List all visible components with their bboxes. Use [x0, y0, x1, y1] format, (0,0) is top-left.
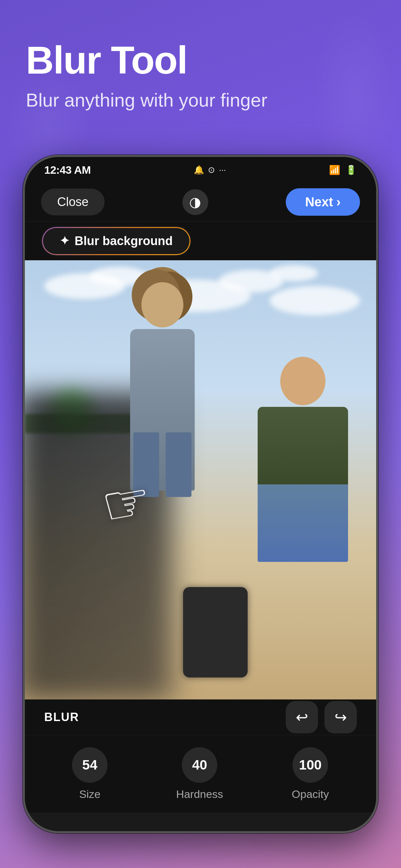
logo-icon: ◑	[189, 194, 201, 210]
slider-value-hardness: 40	[182, 747, 217, 783]
slider-value-opacity: 100	[292, 747, 328, 783]
redo-button[interactable]: ↪	[325, 701, 357, 733]
header-section: Blur Tool Blur anything with your finger	[26, 39, 375, 112]
status-bar: 12:43 AM 🔔 ⊙ ··· 📶 🔋	[25, 157, 376, 183]
app-logo: ◑	[182, 189, 208, 215]
person-right-body	[258, 407, 348, 562]
person-left-head	[142, 282, 183, 328]
slider-item-opacity[interactable]: 100Opacity	[292, 747, 329, 801]
phone-frame: 12:43 AM 🔔 ⊙ ··· 📶 🔋 Close ◑ Next ›	[23, 155, 378, 833]
app-title: Blur Tool	[26, 39, 375, 82]
person-left-body	[130, 329, 195, 491]
sparkle-icon: ✦	[60, 234, 69, 248]
cloud-5	[270, 286, 360, 315]
phone-wrapper: 12:43 AM 🔔 ⊙ ··· 📶 🔋 Close ◑ Next ›	[23, 155, 378, 833]
undo-button[interactable]: ↩	[286, 701, 318, 733]
status-center-icons: 🔔 ⊙ ···	[194, 165, 226, 175]
battery-icon: 🔋	[345, 165, 357, 175]
action-buttons: ↩ ↪	[286, 701, 357, 733]
blur-mode-label: BLUR	[44, 710, 79, 724]
close-button[interactable]: Close	[41, 189, 104, 215]
blur-bg-label: Blur background	[74, 234, 173, 248]
slider-name-opacity: Opacity	[292, 788, 329, 801]
cloud-6	[270, 265, 318, 281]
person-left	[130, 282, 195, 491]
slider-value-size: 54	[72, 747, 107, 783]
blur-background-button[interactable]: ✦ Blur background	[41, 226, 191, 256]
person-right-head	[280, 357, 326, 405]
top-bar: Close ◑ Next ›	[25, 183, 376, 221]
person-right	[258, 357, 348, 562]
slider-name-hardness: Hardness	[176, 788, 223, 801]
status-right-icons: 📶 🔋	[329, 165, 357, 175]
signal-icon: 📶	[329, 165, 340, 175]
next-arrow: ›	[336, 195, 341, 209]
photo-scene: ☞	[25, 260, 376, 700]
notification-icon: 🔔	[194, 165, 204, 175]
app-subtitle: Blur anything with your finger	[26, 88, 375, 112]
sliders-area: 54Size40Hardness100Opacity	[25, 735, 376, 812]
slider-item-size[interactable]: 54Size	[72, 747, 107, 801]
bottom-bar: BLUR ↩ ↪	[25, 700, 376, 735]
image-area[interactable]: ☞	[25, 260, 376, 700]
next-button[interactable]: Next ›	[286, 188, 360, 216]
slider-name-size: Size	[79, 788, 100, 801]
camera-icon: ⊙	[208, 165, 215, 175]
toolbar-area: ✦ Blur background	[25, 221, 376, 260]
slider-item-hardness[interactable]: 40Hardness	[176, 747, 223, 801]
status-time: 12:43 AM	[44, 164, 91, 176]
backpack	[183, 587, 248, 678]
more-icon: ···	[219, 165, 226, 175]
next-label: Next	[305, 195, 333, 209]
